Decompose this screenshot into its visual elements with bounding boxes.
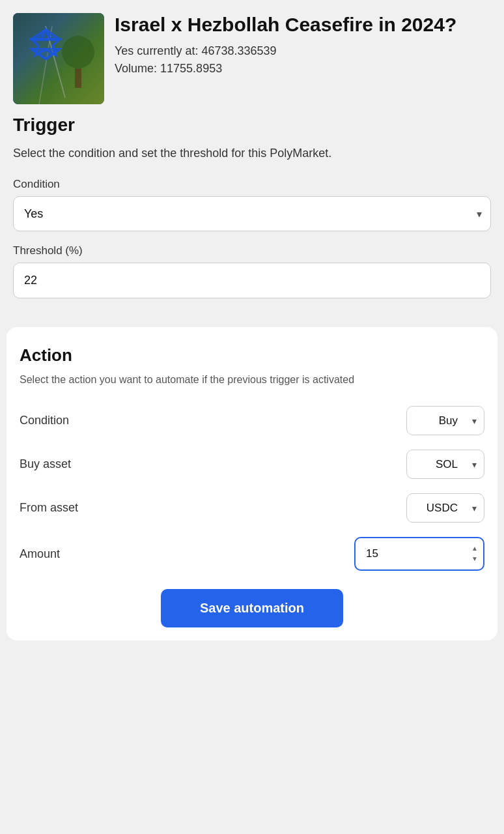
condition-label: Condition [13, 178, 491, 191]
yes-label: Yes currently at: [115, 44, 198, 57]
svg-point-6 [62, 36, 94, 68]
action-title: Action [20, 345, 484, 366]
from-asset-row: From asset USDC SOL ETH BTC ▾ [20, 493, 484, 523]
yes-value: 46738.336539 [201, 44, 276, 57]
buy-asset-label: Buy asset [20, 457, 71, 471]
threshold-field: Threshold (%) [13, 244, 491, 311]
market-title: Israel x Hezbollah Ceasefire in 2024? [115, 13, 456, 36]
star-of-david-icon [26, 26, 65, 65]
buy-asset-select-wrapper: SOL ETH BTC USDC ▾ [406, 450, 484, 479]
amount-decrement-button[interactable]: ▼ [469, 554, 481, 564]
action-card: Action Select the action you want to aut… [7, 327, 497, 640]
from-asset-label: From asset [20, 501, 78, 515]
trigger-title: Trigger [13, 115, 491, 136]
amount-stepper: ▲ ▼ [469, 544, 481, 564]
amount-increment-button[interactable]: ▲ [469, 544, 481, 553]
bottom-spacer [0, 640, 504, 667]
buy-asset-select[interactable]: SOL ETH BTC USDC [406, 450, 484, 479]
condition-field: Condition Yes No ▾ [13, 178, 491, 231]
action-condition-label: Condition [20, 414, 69, 427]
buy-asset-row: Buy asset SOL ETH BTC USDC ▾ [20, 450, 484, 479]
volume-value: 11755.8953 [160, 62, 222, 75]
market-image [13, 13, 104, 104]
action-condition-select[interactable]: Buy Sell [406, 406, 484, 435]
volume-stat: Volume: 11755.8953 [115, 62, 456, 76]
save-automation-button[interactable]: Save automation [161, 589, 343, 627]
market-info: Israel x Hezbollah Ceasefire in 2024? Ye… [115, 13, 456, 79]
action-condition-select-wrapper: Buy Sell ▾ [406, 406, 484, 435]
market-stats: Yes currently at: 46738.336539 Volume: 1… [115, 44, 456, 76]
trigger-section: Trigger Select the condition and set the… [13, 115, 491, 311]
amount-input[interactable] [354, 537, 484, 571]
threshold-label: Threshold (%) [13, 244, 491, 257]
amount-row: Amount ▲ ▼ [20, 537, 484, 571]
trigger-description: Select the condition and set the thresho… [13, 145, 491, 162]
svg-rect-7 [75, 68, 81, 88]
from-asset-select[interactable]: USDC SOL ETH BTC [406, 493, 484, 523]
amount-input-wrapper: ▲ ▼ [354, 537, 484, 571]
from-asset-select-wrapper: USDC SOL ETH BTC ▾ [406, 493, 484, 523]
market-header: Israel x Hezbollah Ceasefire in 2024? Ye… [13, 13, 491, 104]
volume-label: Volume: [115, 62, 157, 75]
yes-stat: Yes currently at: 46738.336539 [115, 44, 456, 58]
amount-label: Amount [20, 547, 60, 561]
action-condition-row: Condition Buy Sell ▾ [20, 406, 484, 435]
condition-select-wrapper: Yes No ▾ [13, 196, 491, 231]
threshold-input[interactable] [13, 263, 491, 298]
action-description: Select the action you want to automate i… [20, 372, 484, 388]
condition-select[interactable]: Yes No [13, 196, 491, 231]
